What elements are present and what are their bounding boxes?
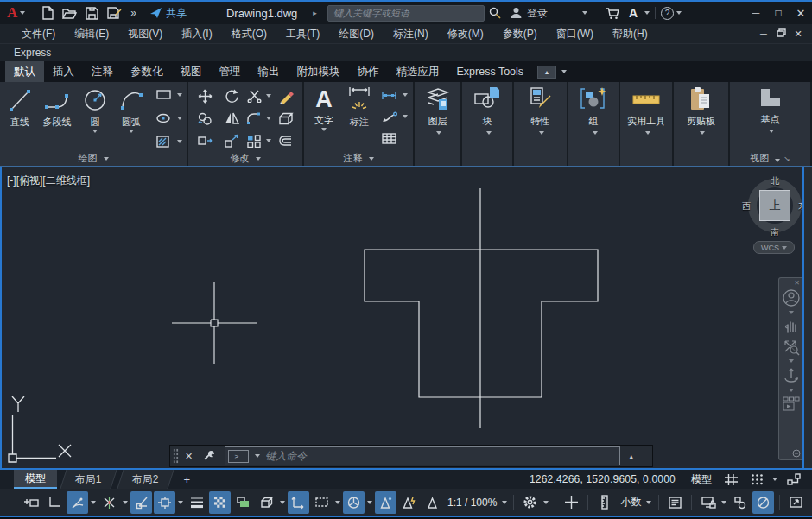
transparency-icon[interactable] <box>209 491 231 514</box>
groups-panel[interactable]: 组 <box>568 82 619 166</box>
move-button[interactable] <box>197 88 213 104</box>
erase-button[interactable] <box>277 88 294 104</box>
tab-collaborate[interactable]: 协作 <box>349 61 388 82</box>
trim-dropdown-icon[interactable] <box>266 94 271 98</box>
fillet-dropdown-icon[interactable] <box>266 117 271 120</box>
menu-express[interactable]: Express <box>14 47 51 59</box>
showmotion-icon[interactable] <box>779 394 803 415</box>
block-panel-expand-icon[interactable] <box>486 131 492 135</box>
lock-ui-dropdown-icon[interactable] <box>720 501 728 504</box>
viewcube-top-face[interactable]: 上 <box>759 190 790 221</box>
app-menu-dropdown-icon[interactable] <box>20 11 25 15</box>
menu-insert[interactable]: 插入(I) <box>172 24 221 43</box>
linear-dim-dropdown-icon[interactable] <box>403 93 408 97</box>
quick-properties-icon[interactable] <box>664 491 686 514</box>
viewcube-west[interactable]: 西 <box>739 200 753 212</box>
ellipse-dropdown-icon[interactable] <box>177 117 182 120</box>
offset-button[interactable] <box>277 134 294 148</box>
lock-ui-icon[interactable] <box>697 491 719 514</box>
menu-dimension[interactable]: 标注(N) <box>384 24 438 43</box>
workspace-dropdown-icon[interactable] <box>542 501 550 504</box>
tab-output[interactable]: 输出 <box>250 61 289 82</box>
dimension-button[interactable]: 标注 <box>339 82 379 146</box>
tab-insert[interactable]: 插入 <box>44 61 83 82</box>
command-prompt-dropdown-icon[interactable] <box>255 454 260 458</box>
osnap-settings-dropdown-icon[interactable] <box>176 501 185 504</box>
selection-cycling-icon[interactable] <box>232 491 254 514</box>
coordinates-readout[interactable]: 1262.4266, 1520.9605, 0.0000 <box>530 473 684 485</box>
grid-display-icon[interactable] <box>719 471 744 488</box>
selection-filtering-icon[interactable] <box>311 491 333 514</box>
annotation-scale-value[interactable]: 1:1 / 100% <box>444 497 500 509</box>
block-panel[interactable]: 块 <box>462 82 512 166</box>
signin-label[interactable]: 登录 <box>527 6 548 21</box>
modify-panel-title[interactable]: 修改 <box>188 152 302 165</box>
trim-button[interactable] <box>246 89 271 103</box>
navbar-menu-icon[interactable] <box>779 447 803 459</box>
polar-tracking-icon[interactable] <box>67 491 88 514</box>
close-button[interactable]: ✕ <box>790 7 812 20</box>
tab-addins[interactable]: 附加模块 <box>289 61 349 82</box>
object-snap-tracking-icon[interactable] <box>98 491 120 514</box>
autoscale-icon[interactable] <box>398 491 420 514</box>
wcs-dropdown[interactable]: WCS <box>753 241 795 254</box>
osnap-tracking-dropdown-icon[interactable] <box>121 501 130 504</box>
new-layout-button[interactable]: + <box>176 470 197 489</box>
search-input[interactable] <box>327 5 485 22</box>
clipboard-panel[interactable]: 剪贴板 <box>674 82 728 166</box>
selection-filtering-dropdown-icon[interactable] <box>333 501 342 504</box>
menu-format[interactable]: 格式(O) <box>222 24 276 43</box>
doc-minimize-button[interactable]: ─ <box>755 28 772 40</box>
gizmo-icon[interactable] <box>343 491 365 514</box>
autodesk-logo-icon[interactable]: A <box>625 3 642 23</box>
title-forward-icon[interactable]: ▸ <box>313 9 317 17</box>
menu-file[interactable]: 文件(F) <box>12 24 65 43</box>
viewcube-north[interactable]: 北 <box>768 175 782 187</box>
menu-window[interactable]: 窗口(W) <box>547 24 603 43</box>
isolate-objects-icon[interactable] <box>729 491 751 514</box>
3d-object-snap-icon[interactable] <box>256 491 277 514</box>
command-bar-wrench-icon[interactable] <box>199 449 219 463</box>
save-icon[interactable] <box>81 3 103 23</box>
workspace-switching-icon[interactable] <box>519 491 541 514</box>
polyline-button[interactable]: 多段线 <box>36 82 78 149</box>
tab-featured-apps[interactable]: 精选应用 <box>388 61 448 82</box>
autodesk-dropdown-icon[interactable] <box>644 11 650 15</box>
command-prompt-icon[interactable]: >_ <box>228 450 249 463</box>
annotation-scale-dropdown-icon[interactable] <box>500 501 509 504</box>
text-dropdown-icon[interactable] <box>321 128 327 131</box>
infer-constraints-icon[interactable] <box>781 471 807 488</box>
view-panel[interactable]: 基点 视图 ↘ <box>730 82 810 166</box>
gizmo-dropdown-icon[interactable] <box>365 501 374 504</box>
menu-tools[interactable]: 工具(T) <box>276 24 329 43</box>
units-ruler-icon[interactable] <box>593 491 615 514</box>
layers-panel-expand-icon[interactable] <box>436 131 441 135</box>
signin-dropdown-icon[interactable] <box>582 11 587 15</box>
command-input[interactable] <box>265 450 619 462</box>
ribbon-minimize-dropdown-icon[interactable] <box>561 70 567 73</box>
draw-panel-title[interactable]: 绘图 <box>0 152 187 165</box>
viewport-controls[interactable]: [-][俯视][二维线框] <box>7 174 90 188</box>
tab-model[interactable]: 模型 <box>14 470 57 489</box>
snap-mode-icon[interactable] <box>745 471 769 488</box>
linear-dimension-button[interactable] <box>381 87 408 103</box>
command-bar-close-icon[interactable]: ✕ <box>179 451 199 462</box>
dynamic-input-icon[interactable] <box>20 491 41 514</box>
copy-button[interactable] <box>197 111 213 126</box>
units-dropdown[interactable]: 小数 <box>617 492 653 513</box>
tab-layout2[interactable]: 布局2 <box>117 470 174 489</box>
menu-parametric[interactable]: 参数(P) <box>493 24 547 43</box>
help-dropdown-icon[interactable] <box>676 11 682 15</box>
tab-home[interactable]: 默认 <box>5 61 44 82</box>
model-space-toggle[interactable]: 模型 <box>686 471 717 488</box>
graphics-performance-icon[interactable] <box>752 491 774 514</box>
dynamic-ucs-icon[interactable] <box>288 491 309 514</box>
explode-button[interactable] <box>277 111 294 126</box>
stretch-button[interactable] <box>197 134 213 148</box>
rectangle-dropdown-icon[interactable] <box>177 93 182 97</box>
t-shape-polyline[interactable] <box>365 250 598 397</box>
customization-icon[interactable] <box>809 491 812 514</box>
utilities-panel[interactable]: 实用工具 <box>620 82 672 166</box>
mirror-button[interactable] <box>224 111 240 125</box>
snap-dropdown-icon[interactable] <box>771 478 779 481</box>
